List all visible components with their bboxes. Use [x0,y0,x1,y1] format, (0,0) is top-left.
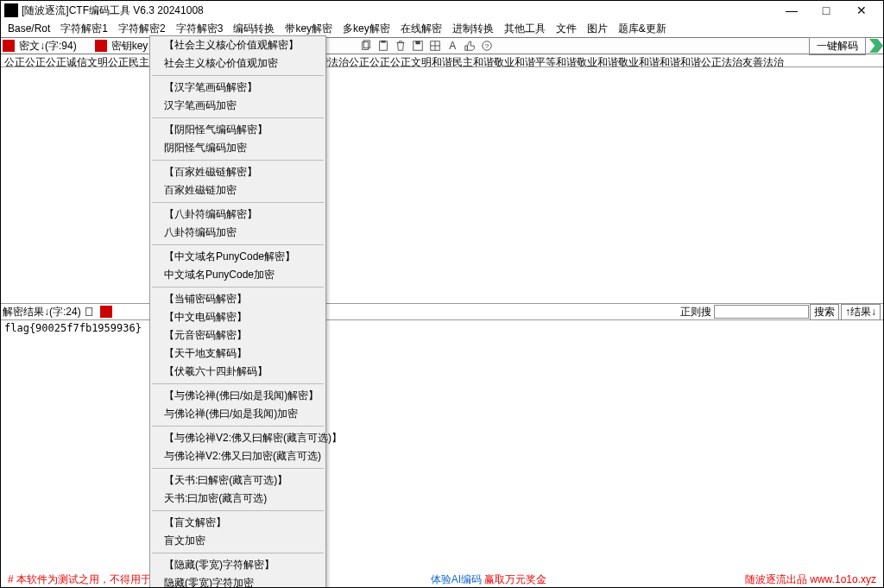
save-icon[interactable] [411,39,425,53]
menu-item[interactable]: 【中文电码解密】 [150,308,325,326]
menu-item[interactable]: 【阴阳怪气编码解密】 [150,121,325,139]
result-copy-icon[interactable] [83,305,97,319]
menu-item[interactable]: 社会主义核心价值观加密 [150,54,325,73]
menu-multi-key[interactable]: 多key解密 [338,22,395,36]
svg-rect-9 [85,308,92,316]
prize-text[interactable]: 体验AI编码 赢取万元奖金 [431,572,547,587]
menu-decode1[interactable]: 字符解密1 [55,22,113,36]
toolbar: 密文↓(字:94) 密钥key A ? 一键解码 [1,37,883,54]
minimize-button[interactable]: — [774,1,809,20]
menu-item[interactable]: 【中文域名PunyCode解密】 [150,248,325,266]
app-icon [4,3,18,17]
menu-item[interactable]: 百家姓磁链加密 [150,181,325,199]
search-button[interactable]: 搜索 [810,304,839,320]
font-icon[interactable]: A [445,39,459,53]
menu-radix[interactable]: 进制转换 [447,22,499,36]
decode-button[interactable]: 一键解码 [809,37,866,55]
menu-item[interactable]: 与佛论禅V2:佛又曰加密(藏言可选) [150,447,325,465]
grid-icon[interactable] [428,39,442,53]
trash-icon[interactable] [394,39,407,53]
menu-base[interactable]: Base/Rot [3,22,55,35]
close-button[interactable]: ✕ [843,1,880,20]
menu-item[interactable]: 【盲文解密】 [150,514,325,532]
menu-item[interactable]: 【社会主义核心价值观解密】 [150,36,325,54]
copy-icon[interactable] [359,39,373,53]
menu-encode-convert[interactable]: 编码转换 [228,22,280,36]
output-pane[interactable]: flag{90025f7fb1959936} [1,320,883,588]
menu-item[interactable]: 阴阳怪气编码加密 [150,139,325,157]
key-icon [95,40,107,52]
key-label: 密钥key [109,39,151,54]
menu-item[interactable]: 【汉字笔画码解密】 [150,79,325,97]
cipher-label: 密文↓(字:94) [16,39,79,54]
regex-label: 正则搜 [678,305,714,319]
window-title: [随波逐流]CTF编码工具 V6.3 20241008 [22,3,774,18]
menu-item[interactable]: 八卦符编码加密 [150,224,325,242]
menu-update[interactable]: 题库&更新 [613,22,672,36]
menu-image[interactable]: 图片 [582,22,613,36]
menu-item[interactable]: 与佛论禅(佛曰/如是我闻)加密 [150,405,325,423]
menu-online[interactable]: 在线解密 [395,22,447,36]
result-flag-icon[interactable] [100,306,112,318]
menu-item[interactable]: 盲文加密 [150,532,325,550]
svg-rect-3 [382,41,386,43]
window-controls: — □ ✕ [774,1,880,20]
menu-item[interactable]: 【与佛论禅(佛曰/如是我闻)解密】 [150,387,325,405]
menu-file[interactable]: 文件 [551,22,582,36]
menu-item[interactable]: 【天干地支解码】 [150,345,325,363]
menu-item[interactable]: 中文域名PunyCode加密 [150,266,325,284]
cipher-input[interactable]: 公正公正公正诚信文明公正民主公正 强和谐文明和谐平等公正公正和谐法治公正公正公正… [1,54,883,67]
result-label: 解密结果↓(字:24) [3,305,81,319]
paste-icon[interactable] [376,39,390,53]
run-arrow-icon[interactable] [869,39,883,53]
menu-item[interactable]: 【天书:曰解密(藏言可选)】 [150,471,325,490]
menu-item[interactable]: 【与佛论禅V2:佛又曰解密(藏言可选)】 [150,429,325,447]
credit: 随波逐流出品 www.1o1o.xyz [745,572,876,587]
menu-item[interactable]: 天书:曰加密(藏言可选) [150,490,325,508]
menu-item[interactable]: 【当铺密码解密】 [150,290,325,308]
menu-with-key[interactable]: 带key解密 [280,22,338,36]
menu-item[interactable]: 隐藏(零宽)字符加密 [150,574,325,588]
svg-rect-5 [416,41,420,45]
menu-item[interactable]: 【百家姓磁链解密】 [150,163,325,181]
svg-text:?: ? [485,42,489,50]
menu-item[interactable]: 汉字笔画码加密 [150,97,325,115]
menu-item[interactable]: 【八卦符编码解密】 [150,205,325,224]
dropdown-menu: 【社会主义核心价值观解密】社会主义核心价值观加密【汉字笔画码解密】汉字笔画码加密… [149,35,326,588]
search-input[interactable] [714,305,809,319]
maximize-button[interactable]: □ [809,1,843,20]
result-nav-button[interactable]: ↑结果↓ [841,304,881,320]
menu-other-tools[interactable]: 其他工具 [499,22,551,36]
menu-item[interactable]: 【伏羲六十四卦解码】 [150,363,325,381]
footer: # 本软件为测试之用，不得用于任何非法及商业用途 # 体验AI编码 赢取万元奖金… [1,572,883,587]
menu-item[interactable]: 【元音密码解密】 [150,326,325,345]
help-icon[interactable]: ? [480,39,494,53]
menu-item[interactable]: 【隐藏(零宽)字符解密】 [150,556,325,574]
menu-decode2[interactable]: 字符解密2 [113,22,171,36]
menubar: Base/Rot 字符解密1 字符解密2 字符解密3 编码转换 带key解密 多… [1,20,883,37]
result-bar: 解密结果↓(字:24) 双11超 正则搜 搜索 ↑结果↓ [1,303,883,320]
menu-decode3[interactable]: 字符解密3 [171,22,229,36]
cipher-icon [3,40,15,52]
titlebar: [随波逐流]CTF编码工具 V6.3 20241008 — □ ✕ [1,1,883,20]
thumbs-up-icon[interactable] [463,39,477,53]
